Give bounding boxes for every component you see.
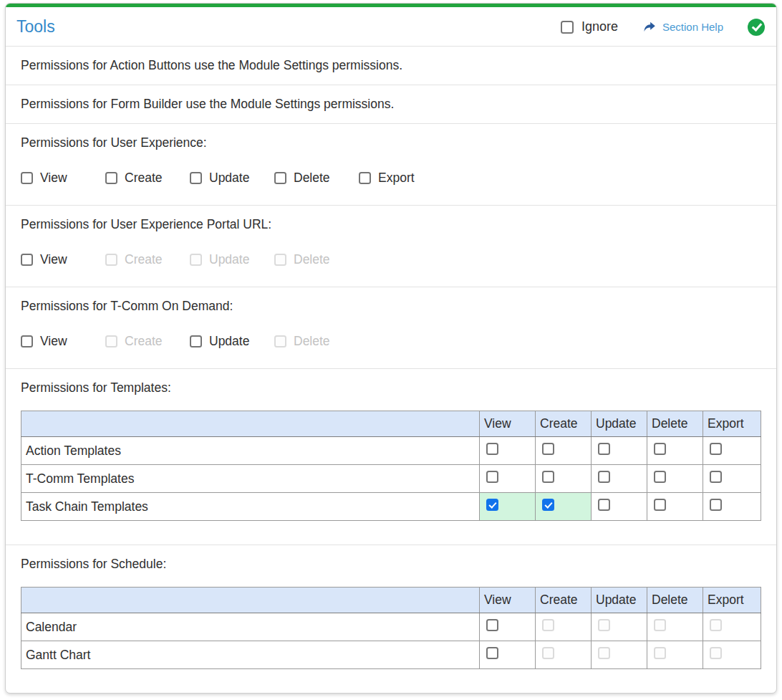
check-circle-icon [748,19,765,36]
permission-checkbox-group: Delete [274,334,359,349]
permission-label: View [40,334,67,349]
column-header-delete: Delete [647,411,703,437]
permission-checkbox-create [105,335,117,347]
section-heading: Permissions for User Experience: [21,135,761,151]
permission-label: Export [378,171,415,186]
permission-checkbox-group: Create [105,252,190,267]
permission-checkbox-group[interactable]: Update [190,334,274,349]
permission-label: Create [125,334,163,349]
permission-section: Permissions for User Experience Portal U… [6,206,776,287]
permission-table-section: Permissions for Schedule:ViewCreateUpdat… [6,545,776,693]
permission-checkbox-export[interactable] [710,443,722,455]
note-section: Permissions for Action Buttons use the M… [6,47,776,85]
permission-checkbox-delete[interactable] [274,172,286,184]
permission-checkbox-view[interactable] [486,471,498,483]
table-row: T-Comm Templates [21,465,761,493]
permission-cell-update [592,437,647,465]
column-header-create: Create [536,588,592,613]
permission-label: View [40,171,67,186]
permission-cell-view [480,437,536,465]
table-body: Action TemplatesT-Comm TemplatesTask Cha… [21,437,761,521]
permission-checkbox-view[interactable] [486,619,498,631]
permission-cell-delete [647,641,703,669]
column-header-update: Update [592,588,647,613]
permission-label: Update [209,252,249,267]
permission-label: Delete [294,334,330,349]
permission-cell-create [536,465,592,493]
row-label: T-Comm Templates [21,465,480,493]
permission-checkbox-delete[interactable] [654,471,666,483]
permission-checkbox-group[interactable]: Export [359,171,443,186]
table-header-row: ViewCreateUpdateDeleteExport [21,411,761,437]
permission-cell-export [703,465,761,493]
permission-checkbox-group: Create [105,334,190,349]
permission-label: Create [125,171,163,186]
permission-checkbox-view[interactable] [486,647,498,659]
table-body: CalendarGantt Chart [21,613,761,669]
permission-checkbox-view[interactable] [21,254,33,266]
section-help-link[interactable]: Section Help [642,20,723,34]
note-text: Permissions for Form Builder use the Mod… [21,96,761,112]
permission-checkbox-export [710,619,722,631]
permission-cell-create [536,437,592,465]
permission-checkbox-export[interactable] [359,172,371,184]
permission-checkbox-export[interactable] [710,471,722,483]
section-heading: Permissions for Templates: [21,380,761,396]
section-heading: Permissions for Schedule: [21,556,761,572]
permission-cell-view [480,641,536,669]
page-title: Tools [16,17,561,37]
tools-section-card: Tools Ignore Section Help Permissions fo… [5,3,777,694]
permission-checkbox-update[interactable] [598,471,610,483]
permission-checkbox-delete [274,335,286,347]
permission-checkbox-view[interactable] [21,335,33,347]
permission-checkbox-view[interactable] [486,443,498,455]
permissions-table: ViewCreateUpdateDeleteExportCalendarGant… [21,587,761,669]
permission-cell-view [480,465,536,493]
permission-checkbox-group[interactable]: View [21,334,105,349]
permission-label: Delete [294,252,330,267]
permission-checkbox-delete [654,647,666,659]
ignore-checkbox-group[interactable]: Ignore [561,19,618,34]
permission-checkbox-export[interactable] [710,499,722,511]
permission-checkbox-view[interactable] [21,172,33,184]
permission-checkbox-group[interactable]: Delete [274,171,359,186]
permission-checkbox-delete[interactable] [654,443,666,455]
permission-cell-delete [647,465,703,493]
permission-checkbox-delete [274,254,286,266]
permission-checkbox-create [105,254,117,266]
permission-checkbox-group[interactable]: View [21,171,105,186]
checkbox-row: ViewCreateUpdateDeleteExport [21,171,761,186]
permission-cell-view [480,493,536,521]
permission-checkbox-view[interactable] [486,499,498,511]
table-row: Gantt Chart [21,641,761,669]
permission-checkbox-delete[interactable] [654,499,666,511]
permission-checkbox-export [710,647,722,659]
permission-checkbox-update[interactable] [598,499,610,511]
table-header: ViewCreateUpdateDeleteExport [21,588,761,613]
permission-cell-export [703,493,761,521]
permission-checkbox-create [542,647,554,659]
permission-checkbox-create[interactable] [542,471,554,483]
permission-checkbox-group[interactable]: View [21,252,105,267]
table-header-spacer-cell [21,411,480,437]
table-header: ViewCreateUpdateDeleteExport [21,411,761,437]
permissions-table: ViewCreateUpdateDeleteExportAction Templ… [21,411,761,521]
permission-checkbox-create[interactable] [542,499,554,511]
row-label: Gantt Chart [21,641,480,669]
permission-checkbox-create[interactable] [105,172,117,184]
table-row: Calendar [21,613,761,641]
note-text: Permissions for Action Buttons use the M… [21,57,761,74]
permission-checkbox-update [598,619,610,631]
permission-checkbox-update[interactable] [190,335,202,347]
permission-checkbox-update [190,254,202,266]
permission-checkbox-create[interactable] [542,443,554,455]
ignore-checkbox[interactable] [561,21,574,34]
permission-checkbox-group[interactable]: Create [105,171,190,186]
permission-cell-delete [647,493,703,521]
permission-cell-update [592,493,647,521]
checkbox-row: ViewCreateUpdateDelete [21,334,761,349]
permission-label: View [40,252,67,267]
permission-checkbox-update[interactable] [190,172,202,184]
permission-checkbox-group[interactable]: Update [190,171,274,186]
permission-checkbox-update[interactable] [598,443,610,455]
